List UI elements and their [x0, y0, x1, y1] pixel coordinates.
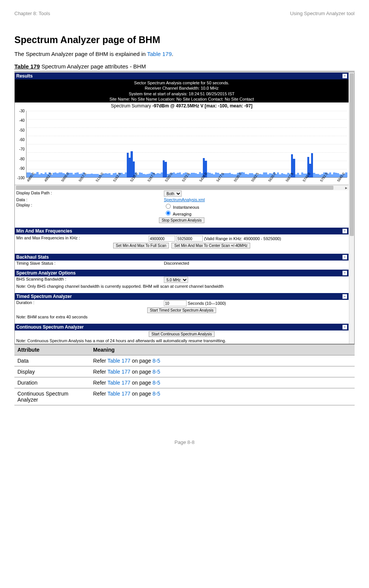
results-summary-banner: Sector Spectrum Analysis complete for 50… — [15, 79, 349, 102]
start-timed-button[interactable]: Start Timed Sector Spectrum Analysis — [147, 307, 216, 313]
collapse-icon[interactable]: − — [343, 271, 347, 275]
table-row: DataRefer Table 177 on page 8-5 — [14, 355, 355, 366]
bhs-bw-select[interactable]: 5.0 MHz — [164, 277, 188, 283]
spectrum-analyzer-screenshot: Results − Sector Spectrum Analysis compl… — [14, 72, 355, 344]
minmax-range: (Valid Range in KHz: 4900000 - 5925000) — [204, 236, 281, 241]
header-right: Using Spectrum Analyzer tool — [290, 11, 355, 16]
bhs-bw-label: BHS Scanning Bandwidth : — [16, 277, 164, 283]
caption-rule — [14, 71, 355, 71]
scroll-right-icon[interactable]: ► — [344, 185, 349, 190]
display-averaging-option[interactable]: Averaging — [164, 209, 199, 216]
collapse-icon[interactable]: − — [343, 74, 347, 78]
duration-input[interactable] — [164, 300, 187, 306]
data-link[interactable]: SpectrumAnalysis.xml — [164, 197, 205, 202]
options-note: Note: Only BHS changing channel bandwidt… — [15, 283, 349, 289]
data-label: Data : — [16, 197, 164, 202]
panel-continuous-header: Continuous Spectrum Analyzer − — [15, 324, 349, 330]
chart-y-axis: -30-40-50-60-70-80-90-100 — [15, 111, 25, 178]
chart-x-axis: 4900.04952.55005.05057.55110.05162.55215… — [26, 178, 347, 185]
running-header: Chapter 8: Tools Using Spectrum Analyzer… — [14, 11, 355, 16]
timing-slave-value: Disconnected — [164, 261, 189, 265]
display-label: Display : — [16, 203, 164, 216]
page-title: Spectrum Analyzer page of BHM — [14, 34, 355, 45]
duration-suffix: Seconds (10—1000) — [188, 301, 226, 306]
intro-link[interactable]: Table 179 — [147, 51, 172, 57]
full-scan-button[interactable]: Set Min And Max To Full Scan — [113, 243, 169, 248]
center-scan-button[interactable]: Set Min And Max To Center Scan +/-40MHz — [171, 243, 250, 248]
table-caption: Table 179 Spectrum Analyzer page attribu… — [14, 63, 355, 70]
vertical-scrollbar[interactable] — [349, 73, 354, 344]
panel-minmax-header: Min And Max Frequencies − — [15, 228, 349, 234]
chart-horizontal-scrollbar[interactable]: ◄ ► — [15, 185, 349, 190]
display-data-path-select[interactable]: Both — [164, 191, 182, 197]
max-freq-input[interactable] — [176, 236, 203, 242]
display-data-path-label: Display Data Path : — [16, 191, 164, 197]
spectrum-chart: -30-40-50-60-70-80-90-100 4900.04952.550… — [15, 109, 349, 185]
continuous-note: Note: Continuous Spectrum Analysis has a… — [15, 338, 349, 344]
stop-spectrum-button[interactable]: Stop Spectrum Analysis — [159, 217, 204, 223]
minmax-label: Min and Max Frequencies in KHz : — [16, 236, 149, 242]
intro-paragraph: The Spectrum Analyzer page of BHM is exp… — [14, 51, 355, 57]
timing-slave-label: Timing Slave Status : — [16, 261, 164, 265]
header-left: Chapter 8: Tools — [14, 11, 50, 16]
display-instantaneous-option[interactable]: Instantaneous — [164, 203, 199, 209]
start-continuous-button[interactable]: Start Continuous Spectrum Analysis — [149, 331, 215, 337]
collapse-icon[interactable]: − — [343, 229, 347, 233]
chart-title: Spectrum Summary -97dBm @ 4972.5MHz V [m… — [15, 102, 349, 109]
min-freq-input[interactable] — [149, 236, 175, 242]
col-meaning: Meaning — [90, 344, 355, 355]
attributes-table: Attribute Meaning DataRefer Table 177 on… — [14, 344, 355, 405]
table-row: DurationRefer Table 177 on page 8-5 — [14, 377, 355, 388]
collapse-icon[interactable]: − — [343, 255, 347, 259]
collapse-icon[interactable]: − — [343, 294, 347, 299]
collapse-icon[interactable]: − — [343, 325, 347, 329]
chart-plot-area — [26, 111, 347, 178]
panel-timed-header: Timed Spectrum Analyzer − — [15, 293, 349, 300]
panel-options-header: Spectrum Analyzer Options − — [15, 270, 349, 276]
col-attribute: Attribute — [14, 344, 90, 355]
table-row: Continuous Spectrum AnalyzerRefer Table … — [14, 388, 355, 405]
timed-note: Note: BHM scans for extra 40 seconds — [15, 314, 349, 320]
table-row: DisplayRefer Table 177 on page 8-5 — [14, 366, 355, 377]
duration-label: Duration : — [16, 300, 164, 306]
panel-results-header: Results − — [15, 73, 349, 79]
chart-bars — [26, 111, 347, 177]
page-footer: Page 8-8 — [14, 439, 355, 445]
panel-backhaul-header: Backhaul Stats − — [15, 254, 349, 261]
